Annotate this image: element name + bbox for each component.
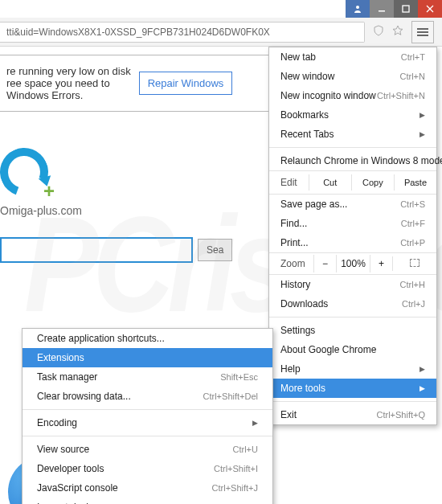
chevron-right-icon: ▶ xyxy=(419,365,425,373)
menu-more-tools[interactable]: More tools▶ xyxy=(269,379,436,398)
sub-clear-data[interactable]: Clear browsing data...Ctrl+Shift+Del xyxy=(23,387,272,406)
menu-about[interactable]: About Google Chrome xyxy=(269,340,436,359)
chrome-menu: New tabCtrl+T New windowCtrl+N New incog… xyxy=(268,47,437,425)
banner-line1: re running very low on disk xyxy=(6,65,131,77)
shield-icon[interactable] xyxy=(373,25,384,39)
sub-encoding[interactable]: Encoding▶ xyxy=(23,413,272,432)
menu-incognito[interactable]: New incognito windowCtrl+Shift+N xyxy=(269,86,436,105)
more-tools-submenu: Create application shortcuts... Extensio… xyxy=(22,328,273,504)
svg-point-0 xyxy=(356,6,359,9)
sub-view-source[interactable]: View sourceCtrl+U xyxy=(23,440,272,459)
menu-history[interactable]: HistoryCtrl+H xyxy=(269,275,436,294)
fullscreen-button[interactable] xyxy=(392,256,436,271)
fullscreen-icon xyxy=(410,259,419,267)
zoom-in[interactable]: + xyxy=(370,255,392,272)
chevron-right-icon: ▶ xyxy=(419,384,425,392)
menu-new-window[interactable]: New windowCtrl+N xyxy=(269,67,436,86)
repair-button[interactable]: Repair Windows xyxy=(139,72,233,95)
menu-zoom-row: Zoom − 100% + xyxy=(269,252,436,275)
edit-cut[interactable]: Cut xyxy=(309,174,351,191)
chevron-right-icon: ▶ xyxy=(419,130,425,138)
svg-rect-2 xyxy=(403,6,409,12)
maximize-button[interactable] xyxy=(394,0,418,18)
zoom-value: 100% xyxy=(336,255,370,272)
url-text: tti&uid=WindowsX8X1-0XSSD_9FCPB731H024D6… xyxy=(6,27,270,38)
sub-extensions[interactable]: Extensions xyxy=(23,348,272,367)
user-icon[interactable] xyxy=(346,0,370,18)
menu-button[interactable] xyxy=(411,21,434,43)
sub-dev-tools[interactable]: Developer toolsCtrl+Shift+I xyxy=(23,459,272,478)
banner-line2: ree space you need to xyxy=(6,77,131,89)
zoom-out[interactable]: − xyxy=(313,255,336,272)
menu-bookmarks[interactable]: Bookmarks▶ xyxy=(269,105,436,125)
chevron-right-icon: ▶ xyxy=(419,111,425,119)
menu-exit[interactable]: ExitCtrl+Shift+Q xyxy=(269,405,436,424)
menu-new-tab[interactable]: New tabCtrl+T xyxy=(269,47,436,67)
svg-rect-1 xyxy=(379,10,385,12)
edit-copy[interactable]: Copy xyxy=(351,174,394,191)
banner-line3: Windows Errors. xyxy=(6,89,131,101)
chevron-right-icon: ▶ xyxy=(252,419,258,427)
omiga-logo-icon: + xyxy=(0,148,56,204)
menu-recent-tabs[interactable]: Recent Tabs▶ xyxy=(269,125,436,144)
hamburger-icon xyxy=(417,31,428,33)
close-button[interactable] xyxy=(418,0,442,18)
minimize-button[interactable] xyxy=(370,0,394,18)
menu-relaunch[interactable]: Relaunch Chrome in Windows 8 mode xyxy=(269,151,436,170)
zoom-label: Zoom xyxy=(269,258,313,269)
menu-edit-row: Edit Cut Copy Paste xyxy=(269,170,436,195)
menu-settings[interactable]: Settings xyxy=(269,321,436,340)
menu-save-as[interactable]: Save page as...Ctrl+S xyxy=(269,195,436,214)
sub-task-manager[interactable]: Task managerShift+Esc xyxy=(23,367,272,387)
star-icon[interactable] xyxy=(392,25,403,39)
sub-create-shortcuts[interactable]: Create application shortcuts... xyxy=(23,329,272,348)
menu-help[interactable]: Help▶ xyxy=(269,359,436,379)
sub-inspect-devices[interactable]: Inspect devices xyxy=(23,498,272,504)
menu-print[interactable]: Print...Ctrl+P xyxy=(269,233,436,252)
disk-banner: re running very low on disk ree space yo… xyxy=(0,55,277,112)
address-bar[interactable]: tti&uid=WindowsX8X1-0XSSD_9FCPB731H024D6… xyxy=(0,22,365,43)
menu-edit-label: Edit xyxy=(269,177,309,188)
edit-paste[interactable]: Paste xyxy=(394,174,436,191)
menu-find[interactable]: Find...Ctrl+F xyxy=(269,214,436,233)
menu-downloads[interactable]: DownloadsCtrl+J xyxy=(269,294,436,313)
sub-js-console[interactable]: JavaScript consoleCtrl+Shift+J xyxy=(23,478,272,498)
search-button[interactable]: Sea xyxy=(198,239,232,261)
search-input[interactable] xyxy=(0,237,193,263)
